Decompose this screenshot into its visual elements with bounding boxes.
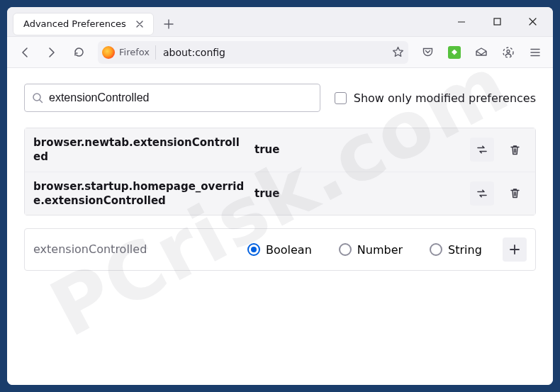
toggle-button[interactable] bbox=[470, 181, 494, 206]
pref-row[interactable]: browser.startup.homepage_override.extens… bbox=[25, 172, 535, 215]
trash-icon bbox=[509, 187, 521, 199]
inbox-icon[interactable] bbox=[469, 41, 493, 64]
back-button[interactable] bbox=[13, 41, 37, 64]
new-pref-row: extensionControlled Boolean Number Strin… bbox=[24, 228, 536, 271]
radio-label: Boolean bbox=[266, 243, 312, 257]
bookmark-star-icon[interactable] bbox=[392, 46, 404, 58]
radio-icon bbox=[430, 243, 442, 256]
search-row: Show only modified preferences bbox=[24, 84, 536, 112]
toggle-button[interactable] bbox=[470, 138, 494, 162]
extension-icon[interactable] bbox=[442, 41, 466, 64]
checkbox-label: Show only modified preferences bbox=[354, 91, 536, 105]
tabstrip: Advanced Preferences bbox=[13, 9, 444, 35]
pocket-icon[interactable] bbox=[415, 41, 439, 64]
trash-icon bbox=[509, 144, 521, 156]
radio-boolean[interactable]: Boolean bbox=[247, 243, 312, 257]
about-config-content: Show only modified preferences browser.n… bbox=[7, 68, 553, 385]
delete-button[interactable] bbox=[503, 181, 527, 206]
radio-number[interactable]: Number bbox=[339, 243, 403, 257]
firefox-icon bbox=[102, 46, 115, 59]
pref-name: browser.newtab.extensionControlled bbox=[33, 135, 246, 164]
tab-title: Advanced Preferences bbox=[23, 18, 126, 29]
nav-toolbar: Firefox about:config bbox=[7, 37, 553, 68]
radio-icon bbox=[247, 243, 260, 256]
pref-row[interactable]: browser.newtab.extensionControlled true bbox=[25, 128, 535, 172]
forward-button[interactable] bbox=[40, 41, 64, 64]
url-text: about:config bbox=[160, 47, 388, 58]
window-controls bbox=[444, 7, 553, 37]
delete-button[interactable] bbox=[503, 138, 527, 162]
new-tab-button[interactable] bbox=[158, 13, 179, 35]
tab-advanced-preferences[interactable]: Advanced Preferences bbox=[13, 13, 154, 35]
titlebar: Advanced Preferences bbox=[7, 7, 553, 37]
pref-name: browser.startup.homepage_override.extens… bbox=[33, 179, 246, 208]
close-icon[interactable] bbox=[133, 18, 146, 30]
search-input[interactable] bbox=[49, 91, 313, 104]
new-pref-name: extensionControlled bbox=[33, 242, 239, 257]
radio-string[interactable]: String bbox=[430, 243, 482, 257]
radio-icon bbox=[339, 243, 352, 256]
address-bar[interactable]: Firefox about:config bbox=[98, 41, 408, 64]
toggle-icon bbox=[476, 187, 488, 200]
browser-window: Advanced Preferences bbox=[7, 7, 553, 385]
search-icon bbox=[32, 92, 43, 103]
radio-label: Number bbox=[357, 243, 403, 257]
plus-icon bbox=[509, 244, 520, 255]
svg-point-2 bbox=[507, 50, 510, 52]
account-icon[interactable] bbox=[496, 41, 520, 64]
window-maximize-button[interactable] bbox=[479, 7, 515, 37]
preferences-list: browser.newtab.extensionControlled true … bbox=[24, 128, 536, 215]
toggle-icon bbox=[476, 143, 488, 156]
checkbox-icon bbox=[335, 92, 347, 104]
svg-rect-0 bbox=[494, 18, 500, 25]
add-pref-button[interactable] bbox=[503, 237, 527, 262]
pref-value: true bbox=[254, 187, 461, 200]
app-menu-button[interactable] bbox=[523, 41, 547, 64]
search-box[interactable] bbox=[24, 84, 320, 112]
show-modified-checkbox[interactable]: Show only modified preferences bbox=[335, 91, 536, 105]
reload-button[interactable] bbox=[67, 41, 91, 64]
window-minimize-button[interactable] bbox=[444, 7, 479, 37]
window-close-button[interactable] bbox=[515, 7, 550, 37]
pref-value: true bbox=[254, 143, 461, 156]
identity-label: Firefox bbox=[119, 45, 156, 60]
radio-label: String bbox=[448, 243, 482, 257]
type-radios: Boolean Number String bbox=[247, 243, 494, 257]
